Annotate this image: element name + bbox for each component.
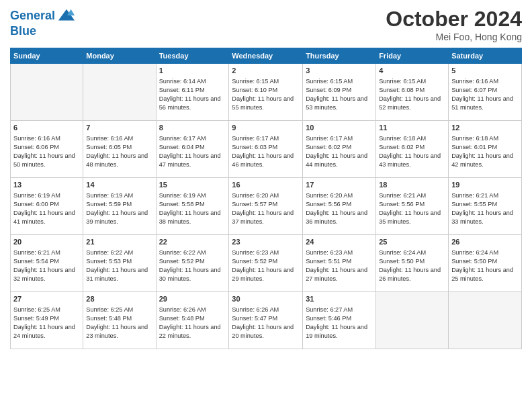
col-saturday: Saturday [449, 48, 522, 64]
calendar-week-row: 13Sunrise: 6:19 AMSunset: 6:00 PMDayligh… [11, 178, 522, 235]
day-number: 19 [451, 180, 519, 190]
calendar-cell [376, 292, 449, 349]
calendar-week-row: 1Sunrise: 6:14 AMSunset: 6:11 PMDaylight… [11, 64, 522, 121]
calendar-cell: 30Sunrise: 6:26 AMSunset: 5:47 PMDayligh… [229, 292, 303, 349]
day-number: 30 [232, 294, 300, 304]
calendar-cell: 2Sunrise: 6:15 AMSunset: 6:10 PMDaylight… [229, 64, 303, 121]
calendar-cell: 13Sunrise: 6:19 AMSunset: 6:00 PMDayligh… [11, 178, 83, 235]
day-number: 13 [13, 180, 80, 190]
day-info: Sunrise: 6:14 AMSunset: 6:11 PMDaylight:… [159, 77, 226, 112]
header: General Blue October 2024 Mei Foo, Hong … [10, 7, 522, 42]
calendar-cell: 15Sunrise: 6:19 AMSunset: 5:58 PMDayligh… [156, 178, 229, 235]
logo-icon [57, 7, 76, 26]
page-container: General Blue October 2024 Mei Foo, Hong … [0, 0, 532, 411]
calendar-cell: 3Sunrise: 6:15 AMSunset: 6:09 PMDaylight… [303, 64, 376, 121]
calendar-cell: 10Sunrise: 6:17 AMSunset: 6:02 PMDayligh… [303, 121, 376, 178]
day-info: Sunrise: 6:19 AMSunset: 5:58 PMDaylight:… [159, 191, 226, 226]
day-info: Sunrise: 6:19 AMSunset: 5:59 PMDaylight:… [86, 191, 152, 226]
day-info: Sunrise: 6:25 AMSunset: 5:49 PMDaylight:… [13, 306, 80, 340]
day-info: Sunrise: 6:15 AMSunset: 6:10 PMDaylight:… [232, 77, 300, 112]
day-number: 8 [159, 123, 226, 133]
logo-blue: Blue [10, 24, 76, 38]
title-section: October 2024 Mei Foo, Hong Kong [386, 7, 522, 42]
day-number: 10 [306, 123, 373, 133]
calendar-table: Sunday Monday Tuesday Wednesday Thursday… [10, 48, 522, 349]
day-info: Sunrise: 6:19 AMSunset: 6:00 PMDaylight:… [13, 191, 80, 226]
day-number: 12 [451, 123, 519, 133]
day-number: 27 [13, 294, 80, 304]
day-number: 5 [451, 66, 519, 76]
day-info: Sunrise: 6:23 AMSunset: 5:51 PMDaylight:… [306, 248, 373, 283]
calendar-cell: 16Sunrise: 6:20 AMSunset: 5:57 PMDayligh… [229, 178, 303, 235]
calendar-header-row: Sunday Monday Tuesday Wednesday Thursday… [11, 48, 522, 64]
calendar-cell: 26Sunrise: 6:24 AMSunset: 5:50 PMDayligh… [449, 235, 522, 292]
day-info: Sunrise: 6:17 AMSunset: 6:04 PMDaylight:… [159, 134, 226, 169]
day-info: Sunrise: 6:20 AMSunset: 5:57 PMDaylight:… [232, 191, 300, 226]
calendar-cell [11, 64, 83, 121]
day-info: Sunrise: 6:21 AMSunset: 5:55 PMDaylight:… [451, 191, 519, 226]
calendar-cell: 8Sunrise: 6:17 AMSunset: 6:04 PMDaylight… [156, 121, 229, 178]
calendar-cell: 11Sunrise: 6:18 AMSunset: 6:02 PMDayligh… [376, 121, 449, 178]
calendar-cell: 17Sunrise: 6:20 AMSunset: 5:56 PMDayligh… [303, 178, 376, 235]
calendar-week-row: 20Sunrise: 6:21 AMSunset: 5:54 PMDayligh… [11, 235, 522, 292]
day-number: 6 [13, 123, 80, 133]
col-monday: Monday [83, 48, 156, 64]
day-info: Sunrise: 6:20 AMSunset: 5:56 PMDaylight:… [306, 191, 373, 226]
location: Mei Foo, Hong Kong [386, 32, 522, 42]
day-info: Sunrise: 6:21 AMSunset: 5:56 PMDaylight:… [379, 191, 445, 226]
calendar-cell: 14Sunrise: 6:19 AMSunset: 5:59 PMDayligh… [83, 178, 156, 235]
day-number: 4 [379, 66, 445, 76]
day-number: 9 [232, 123, 300, 133]
calendar-cell [449, 292, 522, 349]
col-thursday: Thursday [303, 48, 376, 64]
day-number: 23 [232, 237, 300, 247]
day-number: 15 [159, 180, 226, 190]
calendar-cell: 22Sunrise: 6:22 AMSunset: 5:52 PMDayligh… [156, 235, 229, 292]
day-info: Sunrise: 6:16 AMSunset: 6:07 PMDaylight:… [451, 77, 519, 112]
day-number: 11 [379, 123, 445, 133]
day-info: Sunrise: 6:23 AMSunset: 5:52 PMDaylight:… [232, 248, 300, 283]
day-number: 14 [86, 180, 152, 190]
col-wednesday: Wednesday [229, 48, 303, 64]
day-number: 31 [306, 294, 373, 304]
day-info: Sunrise: 6:16 AMSunset: 6:06 PMDaylight:… [13, 134, 80, 169]
calendar-cell [83, 64, 156, 121]
day-number: 16 [232, 180, 300, 190]
calendar-cell: 1Sunrise: 6:14 AMSunset: 6:11 PMDaylight… [156, 64, 229, 121]
calendar-cell: 31Sunrise: 6:27 AMSunset: 5:46 PMDayligh… [303, 292, 376, 349]
calendar-week-row: 6Sunrise: 6:16 AMSunset: 6:06 PMDaylight… [11, 121, 522, 178]
calendar-cell: 29Sunrise: 6:26 AMSunset: 5:48 PMDayligh… [156, 292, 229, 349]
day-number: 18 [379, 180, 445, 190]
day-number: 24 [306, 237, 373, 247]
calendar-cell: 23Sunrise: 6:23 AMSunset: 5:52 PMDayligh… [229, 235, 303, 292]
day-info: Sunrise: 6:25 AMSunset: 5:48 PMDaylight:… [86, 306, 152, 340]
day-info: Sunrise: 6:17 AMSunset: 6:03 PMDaylight:… [232, 134, 300, 169]
day-info: Sunrise: 6:15 AMSunset: 6:09 PMDaylight:… [306, 77, 373, 112]
day-info: Sunrise: 6:15 AMSunset: 6:08 PMDaylight:… [379, 77, 445, 112]
col-friday: Friday [376, 48, 449, 64]
calendar-cell: 18Sunrise: 6:21 AMSunset: 5:56 PMDayligh… [376, 178, 449, 235]
day-info: Sunrise: 6:26 AMSunset: 5:47 PMDaylight:… [232, 306, 300, 340]
day-number: 26 [451, 237, 519, 247]
day-info: Sunrise: 6:17 AMSunset: 6:02 PMDaylight:… [306, 134, 373, 169]
day-info: Sunrise: 6:21 AMSunset: 5:54 PMDaylight:… [13, 248, 80, 283]
calendar-cell: 24Sunrise: 6:23 AMSunset: 5:51 PMDayligh… [303, 235, 376, 292]
day-info: Sunrise: 6:24 AMSunset: 5:50 PMDaylight:… [451, 248, 519, 283]
calendar-cell: 5Sunrise: 6:16 AMSunset: 6:07 PMDaylight… [449, 64, 522, 121]
day-number: 29 [159, 294, 226, 304]
day-number: 28 [86, 294, 152, 304]
calendar-body: 1Sunrise: 6:14 AMSunset: 6:11 PMDaylight… [11, 64, 522, 349]
day-info: Sunrise: 6:18 AMSunset: 6:02 PMDaylight:… [379, 134, 445, 169]
calendar-cell: 6Sunrise: 6:16 AMSunset: 6:06 PMDaylight… [11, 121, 83, 178]
month-title: October 2024 [386, 7, 522, 32]
col-sunday: Sunday [11, 48, 83, 64]
calendar-cell: 21Sunrise: 6:22 AMSunset: 5:53 PMDayligh… [83, 235, 156, 292]
calendar-cell: 7Sunrise: 6:16 AMSunset: 6:05 PMDaylight… [83, 121, 156, 178]
day-info: Sunrise: 6:27 AMSunset: 5:46 PMDaylight:… [306, 306, 373, 340]
calendar-cell: 4Sunrise: 6:15 AMSunset: 6:08 PMDaylight… [376, 64, 449, 121]
calendar-cell: 12Sunrise: 6:18 AMSunset: 6:01 PMDayligh… [449, 121, 522, 178]
day-info: Sunrise: 6:22 AMSunset: 5:53 PMDaylight:… [86, 248, 152, 283]
col-tuesday: Tuesday [156, 48, 229, 64]
day-number: 21 [86, 237, 152, 247]
day-info: Sunrise: 6:24 AMSunset: 5:50 PMDaylight:… [379, 248, 445, 283]
